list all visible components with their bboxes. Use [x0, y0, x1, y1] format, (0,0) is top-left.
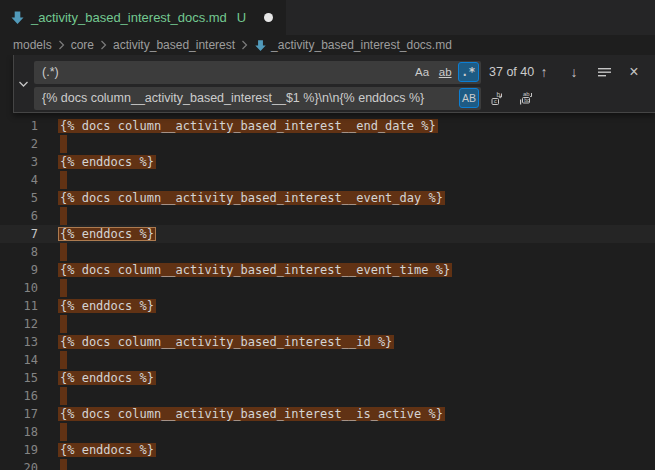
code-line[interactable]: {% enddocs %}	[60, 369, 655, 387]
breadcrumb-item-file[interactable]: _activity_based_interest_docs.md	[254, 38, 452, 52]
regex-button[interactable]: .*	[458, 62, 479, 82]
markdown-file-icon	[254, 39, 267, 52]
find-match: {% docs column__activity_based_interest_…	[58, 263, 452, 277]
code-line[interactable]	[60, 279, 655, 297]
code-line[interactable]: {% docs column__activity_based_interest_…	[60, 189, 655, 207]
editor-lines[interactable]: {% docs column__activity_based_interest_…	[60, 117, 655, 470]
find-input-box: Aa ab .*	[34, 61, 481, 84]
line-number[interactable]: 5	[0, 189, 38, 207]
code-line[interactable]: {% enddocs %}	[60, 441, 655, 459]
line-number[interactable]: 12	[0, 315, 38, 333]
find-match: {% enddocs %}	[58, 155, 156, 169]
code-line[interactable]	[60, 387, 655, 405]
find-match: {% docs column__activity_based_interest_…	[58, 119, 438, 133]
line-number[interactable]: 15	[0, 369, 38, 387]
toggle-replace-button[interactable]	[14, 55, 33, 112]
match-case-button[interactable]: Aa	[412, 62, 432, 82]
close-icon: ×	[629, 63, 638, 81]
empty-line-match-highlight	[60, 351, 67, 369]
find-match: {% enddocs %}	[58, 299, 156, 313]
code-line[interactable]: {% enddocs %}	[60, 225, 655, 243]
svg-text:c: c	[494, 98, 497, 104]
replace-icon: b c	[490, 90, 506, 106]
svg-text:ab: ab	[523, 91, 530, 97]
breadcrumb-item-activity-based-interest[interactable]: activity_based_interest	[113, 38, 235, 52]
empty-line-match-highlight	[60, 171, 67, 189]
find-match: {% docs column__activity_based_interest_…	[58, 335, 394, 349]
line-number[interactable]: 20	[0, 459, 38, 470]
editor-gutter[interactable]: 1234567891011121314151617181920	[0, 117, 38, 470]
line-number[interactable]: 14	[0, 351, 38, 369]
previous-match-button[interactable]: ↑	[535, 63, 553, 81]
empty-line-match-highlight	[60, 279, 67, 297]
find-match: {% docs column__activity_based_interest_…	[58, 407, 445, 421]
line-number[interactable]: 17	[0, 405, 38, 423]
empty-line-match-highlight	[60, 135, 67, 153]
breadcrumb-item-core[interactable]: core	[71, 38, 94, 52]
line-number[interactable]: 18	[0, 423, 38, 441]
chevron-right-icon	[100, 40, 107, 50]
find-match: {% enddocs %}	[58, 371, 156, 385]
code-line[interactable]: {% enddocs %}	[60, 297, 655, 315]
find-replace-widget: Aa ab .* 37 of 40 ↑ ↓	[13, 55, 655, 113]
line-number[interactable]: 1	[0, 117, 38, 135]
breadcrumb-filename: _activity_based_interest_docs.md	[271, 38, 452, 52]
line-number[interactable]: 9	[0, 261, 38, 279]
line-number[interactable]: 10	[0, 279, 38, 297]
selection-lines-icon	[597, 65, 612, 79]
find-in-selection-button[interactable]	[595, 63, 613, 81]
breadcrumb-item-models[interactable]: models	[13, 38, 52, 52]
find-match: {% docs column__activity_based_interest_…	[58, 191, 445, 205]
close-find-widget-button[interactable]: ×	[625, 63, 643, 81]
code-line[interactable]	[60, 207, 655, 225]
find-match: {% enddocs %}	[58, 443, 156, 457]
line-number[interactable]: 2	[0, 135, 38, 153]
line-number[interactable]: 3	[0, 153, 38, 171]
chevron-down-icon	[18, 80, 29, 88]
code-line[interactable]: {% docs column__activity_based_interest_…	[60, 117, 655, 135]
editor-pane[interactable]: 1234567891011121314151617181920 {% docs …	[0, 55, 655, 470]
line-number[interactable]: 8	[0, 243, 38, 261]
empty-line-match-highlight	[60, 423, 67, 441]
whole-word-button[interactable]: ab	[435, 62, 455, 82]
line-number[interactable]: 13	[0, 333, 38, 351]
tab-filename: _activity_based_interest_docs.md	[31, 10, 227, 25]
line-number[interactable]: 11	[0, 297, 38, 315]
line-number[interactable]: 4	[0, 171, 38, 189]
empty-line-match-highlight	[60, 459, 67, 470]
replace-input[interactable]	[34, 91, 481, 105]
empty-line-match-highlight	[60, 387, 67, 405]
markdown-file-icon	[10, 10, 25, 25]
code-line[interactable]	[60, 459, 655, 470]
replace-input-box: AB	[34, 87, 481, 110]
code-line[interactable]	[60, 351, 655, 369]
tab-bar: _activity_based_interest_docs.md U	[0, 0, 655, 35]
next-match-button[interactable]: ↓	[565, 63, 583, 81]
tab-active-file[interactable]: _activity_based_interest_docs.md U	[0, 0, 286, 35]
replace-button[interactable]: b c	[489, 89, 507, 107]
empty-line-match-highlight	[60, 315, 67, 333]
code-line[interactable]: {% enddocs %}	[60, 153, 655, 171]
code-line[interactable]	[60, 135, 655, 153]
svg-text:bc: bc	[524, 97, 530, 103]
code-line[interactable]	[60, 315, 655, 333]
code-line[interactable]	[60, 171, 655, 189]
replace-all-button[interactable]: ab bc	[517, 89, 535, 107]
code-line[interactable]: {% docs column__activity_based_interest_…	[60, 333, 655, 351]
unsaved-changes-dot[interactable]	[264, 13, 273, 22]
code-line[interactable]: {% docs column__activity_based_interest_…	[60, 261, 655, 279]
empty-line-match-highlight	[60, 243, 67, 261]
replace-all-icon: ab bc	[518, 90, 535, 106]
code-line[interactable]: {% docs column__activity_based_interest_…	[60, 405, 655, 423]
preserve-case-button[interactable]: AB	[459, 88, 479, 108]
line-number[interactable]: 7	[0, 225, 38, 243]
line-number[interactable]: 6	[0, 207, 38, 225]
line-number[interactable]: 16	[0, 387, 38, 405]
line-number[interactable]: 19	[0, 441, 38, 459]
breadcrumb: models core activity_based_interest _act…	[0, 35, 655, 55]
code-line[interactable]	[60, 243, 655, 261]
empty-line-match-highlight	[60, 207, 67, 225]
current-find-match: {% enddocs %}	[58, 227, 156, 241]
code-line[interactable]	[60, 423, 655, 441]
git-status-badge: U	[237, 10, 246, 25]
